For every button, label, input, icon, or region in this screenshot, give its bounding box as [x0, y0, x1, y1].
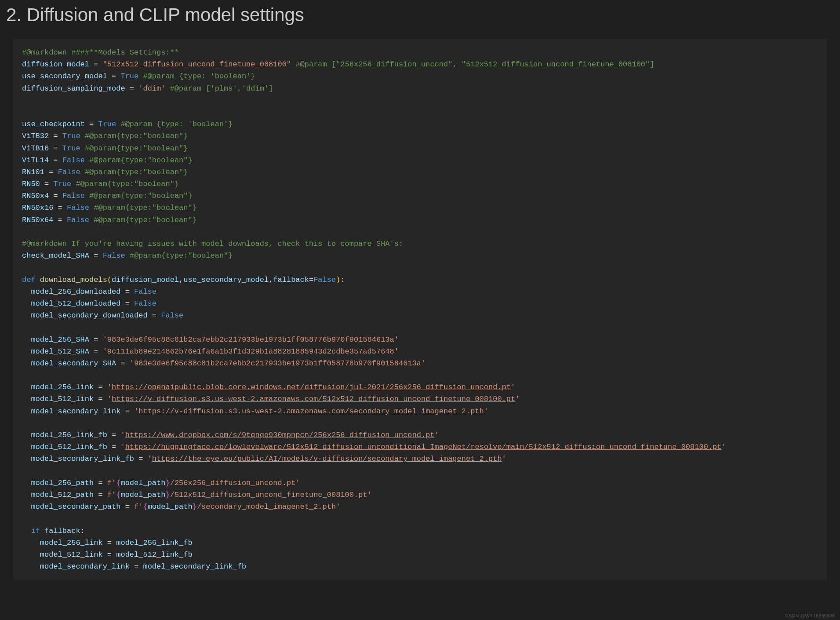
code-token: = — [148, 311, 161, 320]
code-token: = — [103, 539, 116, 547]
code-token: model_256_link — [22, 539, 103, 547]
code-cell[interactable]: #@markdown ####**Models Settings:** diff… — [13, 39, 827, 580]
code-comment: #@param {type: 'boolean'} — [116, 120, 233, 128]
code-token: = — [49, 192, 62, 200]
code-brace: } — [165, 479, 170, 487]
code-string: ' — [107, 383, 112, 391]
code-comment: #@param{type:"boolean"} — [85, 192, 193, 200]
code-token: model_path — [148, 503, 193, 511]
code-token: = — [49, 156, 62, 164]
code-token: = — [103, 551, 116, 559]
code-string: f' — [134, 503, 143, 511]
code-token: RN50x4 — [22, 192, 49, 200]
code-token: = — [94, 491, 107, 499]
code-token: = — [89, 347, 103, 356]
code-string: ' — [120, 443, 125, 451]
code-comment: #@param{type:"boolean"} — [89, 216, 197, 224]
code-param: use_secondary_model — [183, 276, 269, 284]
code-token: = — [40, 180, 54, 188]
code-string: '9c111ab89e214862b76e1fa6a1b3f1d329b1a88… — [103, 347, 399, 356]
code-token: model_512_path — [22, 491, 94, 499]
code-brace: } — [165, 491, 170, 499]
code-token: : — [340, 276, 345, 284]
code-token: = — [53, 204, 67, 212]
code-token: check_model_SHA — [22, 252, 89, 260]
code-bool: True — [62, 132, 80, 140]
code-bool: True — [53, 180, 71, 188]
code-token: model_256_downloaded — [22, 288, 120, 296]
code-token: model_secondary_path — [22, 503, 120, 511]
code-comment: #@markdown ####**Models Settings:** — [22, 48, 179, 57]
code-token: model_256_SHA — [22, 336, 89, 344]
code-bool: False — [67, 204, 89, 212]
code-string: /secondary_model_imagenet_2.pth' — [197, 503, 340, 511]
code-token: RN50 — [22, 180, 40, 188]
code-bool: False — [313, 276, 336, 284]
code-token: = — [125, 84, 139, 93]
code-token: model_256_path — [22, 479, 94, 487]
code-token: : — [80, 527, 85, 535]
code-token: = — [120, 503, 134, 511]
code-token: model_secondary_SHA — [22, 359, 116, 368]
code-token: = — [120, 288, 134, 296]
code-comment: #@markdown If you're having issues with … — [22, 240, 403, 248]
code-string: ' — [502, 455, 506, 463]
code-func: download_models — [40, 276, 107, 284]
code-string: ' — [435, 431, 439, 439]
code-token: = — [107, 431, 121, 439]
code-token: = — [49, 144, 62, 153]
code-comment: #@param{type:"boolean"} — [71, 180, 179, 188]
code-token: = — [116, 359, 130, 368]
code-string: ' — [721, 443, 726, 451]
code-token: fallback — [40, 527, 80, 535]
code-token: = — [107, 443, 121, 451]
code-token: ViTB32 — [22, 132, 49, 140]
code-string: /512x512_diffusion_uncond_finetune_00810… — [170, 491, 372, 499]
section-heading: 2. Diffusion and CLIP model settings — [0, 0, 840, 39]
watermark: CSDN @WYT6889688 — [785, 613, 835, 618]
code-token: model_secondary_link — [22, 407, 120, 416]
code-token: use_secondary_model — [22, 72, 107, 80]
code-token: model_secondary_link — [22, 562, 130, 571]
code-token: model_512_link — [22, 395, 94, 403]
code-paren: ( — [107, 276, 112, 284]
code-token: model_512_SHA — [22, 347, 89, 356]
code-comment: #@param{type:"boolean"} — [89, 204, 197, 212]
code-url: https://openaipublic.blob.core.windows.n… — [112, 383, 511, 391]
code-token: = — [44, 168, 58, 176]
code-string: /256x256_diffusion_uncond.pt' — [170, 479, 300, 487]
code-token: diffusion_sampling_mode — [22, 84, 125, 93]
code-string: '983e3de6f95c88c81b2ca7ebb2c217933be1973… — [103, 336, 399, 344]
code-string: 'ddim' — [138, 84, 165, 93]
code-param: fallback — [273, 276, 309, 284]
code-comment: #@param{type:"boolean"} — [80, 168, 188, 176]
code-bool: False — [67, 216, 89, 224]
code-brace: { — [116, 491, 120, 499]
code-token: = — [94, 395, 107, 403]
code-token: model_512_link_fb — [116, 551, 192, 559]
code-token: diffusion_model — [22, 60, 89, 69]
code-token: model_path — [120, 491, 165, 499]
code-bool: True — [62, 144, 80, 153]
code-token: = — [53, 216, 67, 224]
code-string: ' — [107, 395, 112, 403]
code-token: , — [269, 276, 273, 284]
code-bool: False — [58, 168, 80, 176]
code-token: = — [89, 252, 103, 260]
code-string: "512x512_diffusion_uncond_finetune_00810… — [103, 60, 291, 69]
code-token: = — [120, 407, 134, 416]
code-bool: False — [62, 156, 85, 164]
code-string: f' — [107, 491, 116, 499]
code-keyword: if — [22, 527, 40, 535]
code-brace: { — [143, 503, 147, 511]
code-comment: #@param {type: 'boolean'} — [138, 72, 255, 80]
code-token: model_path — [120, 479, 165, 487]
code-token: model_512_downloaded — [22, 299, 120, 308]
code-token: = — [89, 60, 103, 69]
code-token: = — [134, 455, 148, 463]
code-paren: ) — [336, 276, 340, 284]
code-token: = — [94, 383, 107, 391]
code-param: diffusion_model — [112, 276, 179, 284]
code-token: = — [85, 120, 98, 128]
code-brace: { — [116, 479, 120, 487]
